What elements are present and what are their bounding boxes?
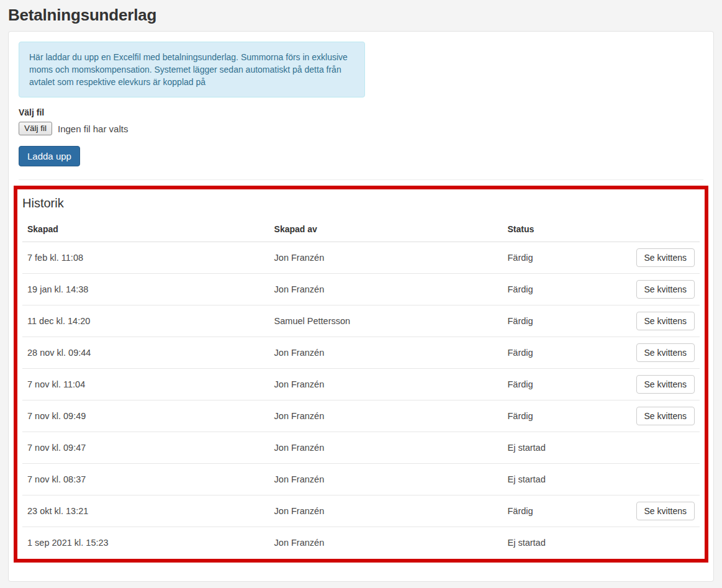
history-table: Skapad Skapad av Status 7 feb kl. 11:08J…	[22, 219, 700, 559]
cell-action: Se kvittens	[631, 400, 700, 432]
se-kvittens-button[interactable]: Se kvittens	[636, 407, 695, 425]
upload-button[interactable]: Ladda upp	[19, 146, 80, 166]
table-row: 1 sep 2021 kl. 15:23Jon FranzénEj starta…	[22, 527, 700, 559]
se-kvittens-button[interactable]: Se kvittens	[636, 502, 695, 520]
table-row: 7 nov kl. 09:49Jon FranzénFärdigSe kvitt…	[22, 400, 700, 432]
table-row: 23 okt kl. 13:21Jon FranzénFärdigSe kvit…	[22, 495, 700, 527]
cell-created: 23 okt kl. 13:21	[22, 495, 269, 527]
table-row: 7 feb kl. 11:08Jon FranzénFärdigSe kvitt…	[22, 242, 700, 274]
cell-action	[631, 464, 700, 495]
cell-action: Se kvittens	[631, 369, 700, 400]
se-kvittens-button[interactable]: Se kvittens	[636, 343, 695, 362]
cell-created-by: Jon Franzén	[269, 400, 503, 432]
column-header-skapad: Skapad	[22, 219, 269, 242]
content-card: Här laddar du upp en Excelfil med betaln…	[8, 31, 714, 582]
cell-status: Färdig	[502, 400, 631, 432]
cell-created: 11 dec kl. 14:20	[22, 305, 269, 337]
file-input-label: Välj fil	[19, 107, 703, 117]
section-divider	[19, 179, 703, 180]
cell-action: Se kvittens	[631, 242, 700, 274]
table-row: 7 nov kl. 11:04Jon FranzénFärdigSe kvitt…	[22, 369, 700, 400]
cell-action	[631, 527, 700, 559]
cell-created-by: Jon Franzén	[269, 369, 503, 400]
column-header-action	[631, 219, 700, 242]
cell-created-by: Jon Franzén	[269, 495, 503, 527]
cell-status: Ej startad	[502, 432, 631, 464]
se-kvittens-button[interactable]: Se kvittens	[636, 375, 695, 394]
cell-created-by: Jon Franzén	[269, 432, 503, 464]
table-row: 7 nov kl. 08:37Jon FranzénEj startad	[22, 464, 700, 495]
cell-created-by: Jon Franzén	[269, 464, 503, 495]
page-title: Betalningsunderlag	[0, 0, 722, 31]
file-input[interactable]: Välj fil Ingen fil har valts	[19, 122, 703, 135]
file-status-text: Ingen fil har valts	[58, 124, 128, 134]
cell-created-by: Jon Franzén	[269, 242, 503, 274]
info-alert: Här laddar du upp en Excelfil med betaln…	[19, 42, 365, 97]
cell-created-by: Jon Franzén	[269, 274, 503, 305]
cell-created: 7 nov kl. 08:37	[22, 464, 269, 495]
cell-created-by: Jon Franzén	[269, 337, 503, 369]
cell-created-by: Jon Franzén	[269, 527, 503, 559]
cell-status: Färdig	[502, 369, 631, 400]
cell-created: 7 nov kl. 09:47	[22, 432, 269, 464]
cell-created: 1 sep 2021 kl. 15:23	[22, 527, 269, 559]
cell-created-by: Samuel Pettersson	[269, 305, 503, 337]
cell-created: 7 nov kl. 11:04	[22, 369, 269, 400]
cell-status: Färdig	[502, 495, 631, 527]
cell-status: Färdig	[502, 242, 631, 274]
history-heading: Historik	[22, 196, 700, 210]
cell-created: 7 nov kl. 09:49	[22, 400, 269, 432]
cell-created: 7 feb kl. 11:08	[22, 242, 269, 274]
table-row: 7 nov kl. 09:47Jon FranzénEj startad	[22, 432, 700, 464]
se-kvittens-button[interactable]: Se kvittens	[636, 248, 695, 267]
cell-action	[631, 432, 700, 464]
choose-file-button[interactable]: Välj fil	[19, 122, 52, 135]
se-kvittens-button[interactable]: Se kvittens	[636, 280, 695, 299]
cell-status: Ej startad	[502, 527, 631, 559]
cell-action: Se kvittens	[631, 495, 700, 527]
column-header-status: Status	[502, 219, 631, 242]
cell-action: Se kvittens	[631, 305, 700, 337]
cell-created: 19 jan kl. 14:38	[22, 274, 269, 305]
history-table-body: 7 feb kl. 11:08Jon FranzénFärdigSe kvitt…	[22, 242, 700, 559]
cell-created: 28 nov kl. 09:44	[22, 337, 269, 369]
table-row: 11 dec kl. 14:20Samuel PetterssonFärdigS…	[22, 305, 700, 337]
table-row: 28 nov kl. 09:44Jon FranzénFärdigSe kvit…	[22, 337, 700, 369]
table-header-row: Skapad Skapad av Status	[22, 219, 700, 242]
cell-status: Färdig	[502, 305, 631, 337]
cell-status: Ej startad	[502, 464, 631, 495]
se-kvittens-button[interactable]: Se kvittens	[636, 312, 695, 330]
annotation-highlight-box: Historik Skapad Skapad av Status 7 feb k…	[14, 186, 708, 563]
column-header-skapad-av: Skapad av	[269, 219, 503, 242]
cell-status: Färdig	[502, 274, 631, 305]
cell-action: Se kvittens	[631, 274, 700, 305]
table-row: 19 jan kl. 14:38Jon FranzénFärdigSe kvit…	[22, 274, 700, 305]
cell-status: Färdig	[502, 337, 631, 369]
cell-action: Se kvittens	[631, 337, 700, 369]
